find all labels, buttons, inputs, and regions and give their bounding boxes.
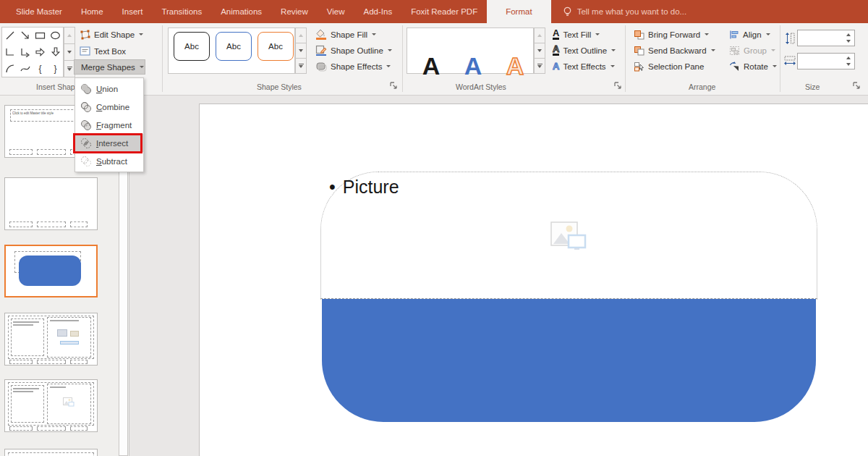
dropdown-arrow-icon <box>595 33 600 35</box>
shape-styles-dialog-launcher-icon[interactable] <box>389 81 398 90</box>
tab-insert[interactable]: Insert <box>113 0 153 23</box>
gallery-scroll-down-button[interactable] <box>64 44 75 61</box>
align-button[interactable]: Align <box>726 27 773 42</box>
shape-style-thumb-orange[interactable]: Abc <box>258 32 294 61</box>
text-fill-button[interactable]: A Text Fill <box>550 27 603 42</box>
text-outline-button[interactable]: A Text Outline <box>550 43 618 58</box>
wordart-scroll-up[interactable] <box>534 28 545 43</box>
wordart-group-label: WordArt Styles <box>456 83 506 91</box>
send-backward-button[interactable]: Send Backward <box>631 43 718 58</box>
wordart-scroll-down[interactable] <box>534 43 545 59</box>
menu-item-subtract-label: Subtract <box>96 157 127 166</box>
shape-arc-icon[interactable] <box>2 60 17 77</box>
group-icon <box>729 46 740 56</box>
dropdown-arrow-icon <box>711 49 715 51</box>
thumbnail-layout-blank[interactable] <box>4 177 98 230</box>
menu-item-fragment[interactable]: Fragment <box>75 116 143 134</box>
shape-styles-scroll-up[interactable] <box>295 28 307 43</box>
align-label: Align <box>743 30 762 39</box>
shape-effects-button[interactable]: Shape Effects <box>312 59 393 74</box>
text-outline-icon: A <box>553 45 559 56</box>
text-fill-label: Text Fill <box>563 30 591 39</box>
tab-add-ins[interactable]: Add-Ins <box>354 0 402 23</box>
width-spinner[interactable] <box>843 54 854 68</box>
height-spinner[interactable] <box>843 31 854 45</box>
shape-rectangle-icon[interactable] <box>33 28 48 44</box>
shape-height-field[interactable] <box>797 30 855 46</box>
shape-oval-icon[interactable] <box>48 28 63 44</box>
shape-line-icon[interactable] <box>2 28 17 44</box>
shape-fill-button[interactable]: Shape Fill <box>312 27 379 42</box>
wordart-thumb-orange[interactable]: A <box>496 52 534 80</box>
bring-forward-button[interactable]: Bring Forward <box>631 27 712 42</box>
group-button[interactable]: Group <box>726 43 778 58</box>
shape-elbow-arrow-icon[interactable] <box>17 44 33 61</box>
thumbnail-blue-shape <box>19 256 81 286</box>
shape-left-brace-icon[interactable]: { <box>33 60 48 77</box>
tab-review[interactable]: Review <box>271 0 318 23</box>
wordart-thumb-black[interactable]: A <box>412 52 450 80</box>
shape-outline-icon <box>315 45 327 56</box>
shape-outline-button[interactable]: Shape Outline <box>312 43 395 58</box>
menu-item-combine[interactable]: Combine <box>75 98 143 116</box>
placeholder-prompt-text[interactable]: • Picture <box>329 177 399 198</box>
shape-style-thumb-blue[interactable]: Abc <box>216 32 252 61</box>
edit-shape-icon <box>80 30 90 40</box>
shape-height-icon <box>785 32 795 45</box>
subtract-icon <box>80 156 92 167</box>
thumbnail-layout-picture[interactable] <box>4 379 98 432</box>
slide[interactable]: • Picture <box>199 104 868 456</box>
shape-style-thumb-black[interactable]: Abc <box>174 32 210 61</box>
text-effects-icon: A <box>553 62 559 71</box>
shape-outline-label: Shape Outline <box>331 46 383 55</box>
size-group-label: Size <box>805 83 820 91</box>
tab-transitions[interactable]: Transitions <box>152 0 211 23</box>
tab-slide-master[interactable]: Slide Master <box>0 0 72 23</box>
picture-placeholder-icon[interactable] <box>550 219 588 253</box>
send-backward-icon <box>634 46 644 56</box>
placeholder-prompt-label: Picture <box>343 177 399 198</box>
tab-animations[interactable]: Animations <box>211 0 271 23</box>
bring-forward-label: Bring Forward <box>648 30 700 39</box>
dropdown-arrow-icon <box>705 33 709 35</box>
tab-foxit-reader-pdf[interactable]: Foxit Reader PDF <box>401 0 487 23</box>
thumbnail-layout-next[interactable] <box>4 449 98 456</box>
tab-format[interactable]: Format <box>487 0 550 23</box>
wordart-more[interactable] <box>534 59 545 74</box>
merge-shapes-button[interactable]: Merge Shapes <box>74 59 145 75</box>
gallery-scroll-up-button[interactable] <box>64 27 75 44</box>
rotate-icon <box>729 62 740 72</box>
bring-forward-icon <box>634 30 644 40</box>
shape-styles-scroll-down[interactable] <box>295 43 307 59</box>
shape-right-brace-icon[interactable]: } <box>48 60 63 77</box>
tell-me-box[interactable]: Tell me what you want to do... <box>551 0 687 23</box>
rotate-label: Rotate <box>744 62 768 71</box>
thumbnail-layout-content[interactable] <box>4 313 98 366</box>
wordart-thumb-blue[interactable]: A <box>454 52 492 80</box>
rotate-button[interactable]: Rotate <box>726 59 780 74</box>
text-box-button[interactable]: Text Box <box>77 43 129 59</box>
lightbulb-icon <box>563 7 572 17</box>
dropdown-arrow-icon <box>388 49 392 51</box>
menu-item-union[interactable]: Union <box>75 80 143 98</box>
shape-effects-label: Shape Effects <box>331 62 382 71</box>
text-effects-button[interactable]: A Text Effects <box>550 59 618 74</box>
shape-right-arrow-icon[interactable] <box>33 44 48 61</box>
thumbnail-layout-selected[interactable] <box>4 245 98 297</box>
menu-item-subtract[interactable]: Subtract <box>75 152 143 170</box>
shape-arrow-icon[interactable] <box>17 28 33 44</box>
shape-width-field[interactable] <box>797 53 855 69</box>
tab-view[interactable]: View <box>318 0 354 23</box>
tab-home[interactable]: Home <box>72 0 113 23</box>
wordart-dialog-launcher-icon[interactable] <box>613 81 622 90</box>
shape-elbow-connector-icon[interactable] <box>2 44 17 61</box>
dropdown-arrow-icon <box>611 49 616 51</box>
blue-rounded-rectangle-shape[interactable] <box>322 299 816 422</box>
size-dialog-launcher-icon[interactable] <box>852 81 861 90</box>
shape-styles-more[interactable] <box>295 59 307 74</box>
dropdown-arrow-icon <box>372 33 376 35</box>
selection-pane-button[interactable]: Selection Pane <box>631 59 707 74</box>
edit-shape-button[interactable]: Edit Shape <box>77 27 146 42</box>
shape-down-arrow-icon[interactable] <box>48 44 63 61</box>
shape-curve-icon[interactable] <box>17 60 33 77</box>
